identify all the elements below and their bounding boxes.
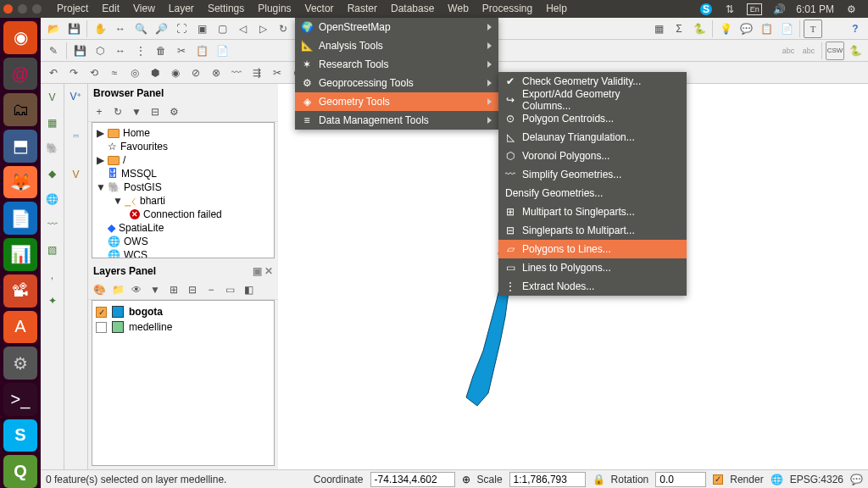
zoom-next-icon[interactable]: ▷ <box>253 19 272 38</box>
vtool-2-icon[interactable]: ⎓ <box>67 126 86 145</box>
layers-add-group-icon[interactable]: 📁 <box>110 282 125 297</box>
crs-label[interactable]: EPSG:4326 <box>790 474 843 485</box>
launcher-firefox-icon[interactable]: 🦊 <box>3 166 37 199</box>
add-csv-layer-icon[interactable]: , <box>42 265 63 286</box>
layer-name[interactable]: bogota <box>129 306 163 318</box>
add-wcs-layer-icon[interactable]: ▧ <box>42 240 63 260</box>
coordinate-input[interactable] <box>370 472 455 487</box>
browser-filter-icon[interactable]: ▼ <box>129 104 144 119</box>
node-tool-icon[interactable]: ⋮ <box>131 42 150 60</box>
rotation-input[interactable] <box>655 472 706 487</box>
launcher-impress-icon[interactable]: 📽 <box>3 274 37 308</box>
crs-icon[interactable]: 🌐 <box>771 474 783 485</box>
layer-row[interactable]: bogota <box>96 304 270 319</box>
menu-item-analysis-tools[interactable]: 📐Analysis Tools <box>295 36 498 55</box>
clock[interactable]: 6:01 PM <box>796 3 834 15</box>
save-project-icon[interactable]: 💾 <box>64 19 83 38</box>
window-maximize-button[interactable] <box>32 4 42 14</box>
delete-selected-icon[interactable]: 🗑 <box>152 42 170 60</box>
session-gear-icon[interactable]: ⚙ <box>844 3 858 16</box>
scale-input[interactable] <box>509 472 586 487</box>
coord-toggle-icon[interactable]: ⊕ <box>462 474 470 485</box>
cut-features-icon[interactable]: ✂ <box>172 42 191 60</box>
zoom-in-icon[interactable]: 🔍 <box>131 19 150 38</box>
add-raster-layer-icon[interactable]: ▦ <box>42 113 63 133</box>
pan-icon[interactable]: ✋ <box>91 19 109 38</box>
submenu-delaunay[interactable]: ◺Delaunay Triangulation... <box>498 128 687 147</box>
zoom-selection-icon[interactable]: ▢ <box>213 19 231 38</box>
launcher-qgis-icon[interactable]: Q <box>3 455 37 488</box>
layer-visibility-checkbox[interactable] <box>96 322 107 333</box>
render-checkbox[interactable] <box>713 474 723 485</box>
help-contents-icon[interactable]: ? <box>846 19 865 38</box>
browser-properties-icon[interactable]: ⚙ <box>166 104 181 119</box>
label-config-icon[interactable]: abc <box>799 42 818 60</box>
csw-icon[interactable]: CSW <box>826 42 844 60</box>
launcher-software-icon[interactable]: A <box>3 311 37 344</box>
layers-filter-icon[interactable]: ▼ <box>147 282 163 297</box>
submenu-extract-nodes[interactable]: ⋮Extract Nodes... <box>498 277 687 296</box>
add-vector-layer-icon[interactable]: V <box>42 87 63 108</box>
window-close-button[interactable] <box>3 4 13 14</box>
menu-item-geoprocessing-tools[interactable]: ⚙Geoprocessing Tools <box>295 74 498 92</box>
submenu-lines-to-polygons[interactable]: ▭Lines to Polygons... <box>498 258 687 277</box>
launcher-dash-icon[interactable]: ◉ <box>3 21 37 54</box>
tree-item-wcs[interactable]: WCS <box>124 249 147 258</box>
zoom-last-icon[interactable]: ◁ <box>233 19 252 38</box>
zoom-layer-icon[interactable]: ▣ <box>192 19 211 38</box>
copy-features-icon[interactable]: 📋 <box>192 42 211 60</box>
layers-remove-icon[interactable]: − <box>203 282 219 297</box>
keyboard-layout-icon[interactable]: En <box>747 3 762 15</box>
text-annotation-icon[interactable]: T <box>804 19 822 38</box>
refresh-icon[interactable]: ↻ <box>274 19 292 38</box>
zoom-out-icon[interactable]: 🔎 <box>152 19 170 38</box>
launcher-calc-icon[interactable]: 📊 <box>3 238 37 271</box>
submenu-single-to-multipart[interactable]: ⊟Singleparts to Multipart... <box>498 221 687 240</box>
launcher-app-icon[interactable]: ⬒ <box>3 130 37 163</box>
move-feature-icon[interactable]: ↔ <box>111 42 130 60</box>
menu-plugins[interactable]: Plugins <box>251 0 298 18</box>
vtool-1-icon[interactable]: V⁺ <box>67 87 86 106</box>
python-console-icon[interactable]: 🐍 <box>690 19 709 38</box>
tree-item-favourites[interactable]: Favourites <box>120 141 168 152</box>
submenu-simplify[interactable]: 〰Simplify Geometries... <box>498 165 687 184</box>
add-feature-icon[interactable]: ⬡ <box>91 42 109 60</box>
layers-expand-icon[interactable]: ⊞ <box>166 282 181 297</box>
menu-database[interactable]: Database <box>384 0 441 18</box>
tree-item-spatialite[interactable]: SpatiaLite <box>119 222 164 234</box>
open-project-icon[interactable]: 📂 <box>44 19 63 38</box>
menu-vector[interactable]: Vector <box>298 0 341 18</box>
tips-icon[interactable]: 💡 <box>716 19 735 38</box>
volume-tray-icon[interactable]: 🔊 <box>772 3 786 16</box>
paste-features-icon[interactable]: 📄 <box>213 42 231 60</box>
menu-layer[interactable]: Layer <box>162 0 201 18</box>
menu-item-openstreetmap[interactable]: 🌍OpenStreetMap <box>295 18 498 36</box>
menu-processing[interactable]: Processing <box>476 0 539 18</box>
tree-item-home[interactable]: Home <box>123 127 150 139</box>
launcher-debian-icon[interactable]: @ <box>3 58 37 91</box>
launcher-skype-icon[interactable]: S <box>3 419 37 452</box>
layers-visibility-icon[interactable]: 👁 <box>129 282 144 297</box>
browser-add-icon[interactable]: + <box>92 104 107 119</box>
scale-lock-icon[interactable]: 🔒 <box>593 474 604 485</box>
layers-expand-all-icon[interactable]: ▭ <box>222 282 237 297</box>
panel-dock-icon[interactable]: ▣ ✕ <box>253 265 273 277</box>
help-icon[interactable]: 💬 <box>737 19 755 38</box>
menu-item-geometry-tools[interactable]: ◈Geometry Tools <box>295 92 498 111</box>
submenu-export-geometry[interactable]: ↪Export/Add Geometry Columns... <box>498 91 687 109</box>
layers-collapse-icon[interactable]: ⊟ <box>185 282 200 297</box>
launcher-settings-icon[interactable]: ⚙ <box>3 347 37 380</box>
layer-name[interactable]: medelline <box>129 321 172 333</box>
browser-refresh-icon[interactable]: ↻ <box>110 104 125 119</box>
launcher-terminal-icon[interactable]: >_ <box>3 383 37 416</box>
launcher-files-icon[interactable]: 🗂 <box>3 93 37 126</box>
submenu-voronoi[interactable]: ⬡Voronoi Polygons... <box>498 147 687 165</box>
submenu-polygon-centroids[interactable]: ⊙Polygon Centroids... <box>498 109 687 128</box>
layer-visibility-checkbox[interactable] <box>96 307 107 318</box>
menu-web[interactable]: Web <box>441 0 475 18</box>
menu-item-research-tools[interactable]: ✶Research Tools <box>295 55 498 74</box>
tree-item-bharti[interactable]: bharti <box>140 195 165 207</box>
submenu-polygons-to-lines[interactable]: ▱Polygons to Lines... <box>498 240 687 258</box>
submenu-multipart-to-single[interactable]: ⊞Multipart to Singleparts... <box>498 202 687 221</box>
messages-icon[interactable]: 💬 <box>850 474 863 485</box>
